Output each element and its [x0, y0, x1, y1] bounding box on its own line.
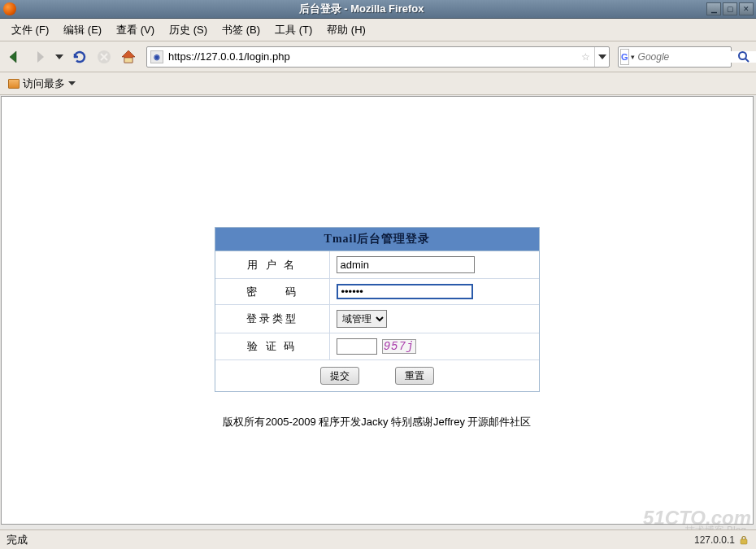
status-host: 127.0.0.1 [694, 534, 735, 546]
most-visited-label: 访问最多 [23, 76, 65, 91]
searchbar[interactable]: G ▾ [618, 46, 732, 68]
menu-bookmarks[interactable]: 书签 (B) [215, 20, 267, 40]
window-controls: ▁ ▢ ✕ [706, 2, 754, 15]
submit-button[interactable]: 提交 [320, 367, 359, 385]
footer-text: 版权所有2005-2009 程序开发Jacky 特别感谢Jeffrey 开源邮件… [223, 415, 531, 429]
captcha-label: 验 证 码 [215, 333, 329, 360]
svg-point-2 [739, 52, 746, 59]
urlbar[interactable]: ◉ ☆ [146, 46, 610, 68]
menubar: 文件 (F) 编辑 (E) 查看 (V) 历史 (S) 书签 (B) 工具 (T… [0, 19, 756, 41]
username-label: 用 户 名 [215, 251, 329, 279]
url-input[interactable] [167, 49, 578, 64]
folder-icon [8, 79, 20, 89]
captcha-input[interactable] [337, 338, 377, 355]
menu-tools[interactable]: 工具 (T) [268, 20, 319, 40]
menu-file[interactable]: 文件 (F) [5, 20, 55, 40]
site-identity-icon[interactable]: ◉ [150, 50, 163, 63]
login-header: Tmail后台管理登录 [215, 228, 539, 251]
nav-history-dropdown[interactable] [54, 47, 65, 67]
menu-edit[interactable]: 编辑 (E) [57, 20, 108, 40]
search-go-icon[interactable] [736, 47, 751, 67]
svg-rect-3 [741, 539, 747, 544]
username-input[interactable] [337, 256, 475, 273]
window-title: 后台登录 - Mozilla Firefox [16, 2, 706, 16]
home-button[interactable] [119, 47, 138, 67]
titlebar: 后台登录 - Mozilla Firefox ▁ ▢ ✕ [0, 0, 756, 19]
statusbar: 完成 127.0.0.1 [0, 529, 756, 549]
back-button[interactable] [5, 47, 24, 67]
login-type-select[interactable]: 域管理 [337, 310, 387, 328]
search-engine-dropdown[interactable]: ▾ [631, 53, 635, 61]
svg-rect-1 [124, 58, 133, 63]
minimize-button[interactable]: ▁ [706, 2, 721, 15]
maximize-button[interactable]: ▢ [723, 2, 737, 15]
firefox-icon [3, 2, 16, 15]
forward-button[interactable] [29, 47, 49, 67]
bookmark-toolbar: 访问最多 [0, 72, 756, 95]
login-panel: Tmail后台管理登录 用 户 名 密 码 登录类型 域管理 [215, 227, 540, 392]
password-input[interactable] [337, 284, 473, 299]
status-text: 完成 [7, 533, 28, 547]
reload-button[interactable] [70, 47, 89, 67]
most-visited-button[interactable]: 访问最多 [5, 75, 79, 93]
reset-button[interactable]: 重置 [395, 367, 434, 385]
search-engine-icon[interactable]: G [620, 49, 629, 65]
toolbar: ◉ ☆ G ▾ [0, 41, 756, 72]
menu-help[interactable]: 帮助 (H) [320, 20, 372, 40]
login-type-label: 登录类型 [215, 305, 329, 333]
password-label: 密 码 [215, 279, 329, 305]
menu-view[interactable]: 查看 (V) [110, 20, 161, 40]
close-button[interactable]: ✕ [739, 2, 754, 15]
urlbar-dropdown[interactable] [594, 47, 609, 67]
captcha-image[interactable]: 957j [382, 339, 416, 354]
page-content: Tmail后台管理登录 用 户 名 密 码 登录类型 域管理 [1, 96, 754, 525]
stop-button [94, 47, 114, 67]
lock-icon [738, 534, 749, 546]
bookmark-star-icon[interactable]: ☆ [578, 50, 593, 64]
menu-history[interactable]: 历史 (S) [163, 20, 214, 40]
